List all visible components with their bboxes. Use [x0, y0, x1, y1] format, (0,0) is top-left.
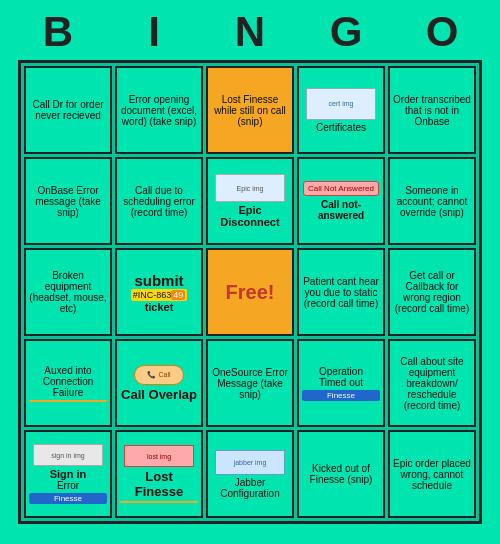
cell-r0c0-text: Call Dr for order never recieved: [29, 99, 107, 121]
cell-r4c1-bar: [120, 501, 198, 503]
cell-r1c4[interactable]: Someone in account; cannot override (sni…: [388, 157, 476, 245]
cell-r0c1[interactable]: Error opening document (excel, word) (ta…: [115, 66, 203, 154]
cell-r1c0[interactable]: OnBase Error message (take snip): [24, 157, 112, 245]
lost-finesse-image: lost img: [124, 445, 194, 467]
cell-r1c4-text: Someone in account; cannot override (sni…: [393, 185, 471, 218]
cell-r3c0[interactable]: Auxed into Connection Failure: [24, 339, 112, 427]
cell-r0c2-text: Lost Finesse while still on call (snip): [211, 94, 289, 127]
cell-r4c1-text: Lost Finesse: [120, 469, 198, 499]
cell-r0c0[interactable]: Call Dr for order never recieved: [24, 66, 112, 154]
cell-r2c0-text: Broken equipment (headset, mouse, etc): [29, 270, 107, 314]
cell-r2c1-inc: #INC-86349: [131, 289, 188, 301]
cell-r2c3-text: Patient cant hear you due to static (rec…: [302, 276, 380, 309]
cell-r0c2[interactable]: Lost Finesse while still on call (snip): [206, 66, 294, 154]
letter-i: I: [110, 8, 198, 56]
cell-r4c0-finesse: Finesse: [29, 493, 107, 504]
call-not-answered-badge: Call Not Answered: [303, 181, 379, 196]
cell-r4c0-error: Error: [57, 480, 79, 491]
cell-r4c0[interactable]: sign in img Sign in Error Finesse: [24, 430, 112, 518]
cell-r2c0[interactable]: Broken equipment (headset, mouse, etc): [24, 248, 112, 336]
cell-r2c4[interactable]: Get call or Callback for wrong region (r…: [388, 248, 476, 336]
cell-r1c2-text: Epic Disconnect: [211, 204, 289, 228]
cell-r4c2-text: Jabber Configuration: [211, 477, 289, 499]
cell-r4c4[interactable]: Epic order placed wrong, cannot schedule: [388, 430, 476, 518]
cell-r1c3-text: Call not-answered: [302, 199, 380, 221]
cell-r3c3-finesse: Finesse: [302, 390, 380, 401]
cell-r0c3[interactable]: cert img Certificates: [297, 66, 385, 154]
cell-r3c2[interactable]: OneSource Error Message (take snip): [206, 339, 294, 427]
cell-r3c1[interactable]: 📞 Call Call Overlap: [115, 339, 203, 427]
cell-r3c3-op: Operation: [319, 366, 363, 377]
jabber-image: jabber img: [215, 450, 285, 475]
sign-in-image: sign in img: [33, 444, 103, 466]
cell-r3c4[interactable]: Call about site equipment breakdown/ res…: [388, 339, 476, 427]
cell-r1c2[interactable]: Epic img Epic Disconnect: [206, 157, 294, 245]
cell-r2c2-free[interactable]: Free!: [206, 248, 294, 336]
cell-r2c1[interactable]: submit #INC-86349 ticket: [115, 248, 203, 336]
cell-r4c2[interactable]: jabber img Jabber Configuration: [206, 430, 294, 518]
bingo-grid: Call Dr for order never recieved Error o…: [18, 60, 482, 524]
cell-r3c4-text: Call about site equipment breakdown/ res…: [393, 356, 471, 411]
cell-r4c1[interactable]: lost img Lost Finesse: [115, 430, 203, 518]
call-overlap-icon: 📞 Call: [134, 365, 184, 385]
cell-r0c1-text: Error opening document (excel, word) (ta…: [120, 94, 198, 127]
cell-r4c0-signin: Sign in: [50, 468, 87, 480]
cell-r1c3[interactable]: Call Not Answered Call not-answered: [297, 157, 385, 245]
epic-disconnect-image: Epic img: [215, 174, 285, 202]
cell-r3c2-text: OneSource Error Message (take snip): [211, 367, 289, 400]
cell-r2c3[interactable]: Patient cant hear you due to static (rec…: [297, 248, 385, 336]
cell-r4c3-text: Kicked out of Finesse (snip): [302, 463, 380, 485]
cell-r3c3-timed: Timed out: [319, 377, 363, 388]
letter-b: B: [14, 8, 102, 56]
cell-r0c3-text: Certificates: [316, 122, 366, 133]
cell-r0c4[interactable]: Order transcribed that is not in Onbase: [388, 66, 476, 154]
cell-r3c3[interactable]: Operation Timed out Finesse: [297, 339, 385, 427]
letter-g: G: [302, 8, 390, 56]
cell-r3c0-text: Auxed into Connection Failure: [29, 365, 107, 398]
cell-r3c1-text: Call Overlap: [121, 387, 197, 402]
certificates-icon: cert img: [306, 88, 376, 120]
bingo-title: B I N G O: [10, 0, 490, 60]
cell-r2c1-submit: submit: [134, 272, 183, 289]
letter-n: N: [206, 8, 294, 56]
cell-r3c0-bar: [29, 400, 107, 402]
free-label: Free!: [226, 281, 275, 304]
cell-r1c1-text: Call due to scheduling error (record tim…: [120, 185, 198, 218]
cell-r4c3[interactable]: Kicked out of Finesse (snip): [297, 430, 385, 518]
cell-r1c0-text: OnBase Error message (take snip): [29, 185, 107, 218]
cell-r0c4-text: Order transcribed that is not in Onbase: [393, 94, 471, 127]
cell-r1c1[interactable]: Call due to scheduling error (record tim…: [115, 157, 203, 245]
letter-o: O: [398, 8, 486, 56]
cell-r2c4-text: Get call or Callback for wrong region (r…: [393, 270, 471, 314]
cell-r4c4-text: Epic order placed wrong, cannot schedule: [393, 458, 471, 491]
cell-r2c1-ticket: ticket: [145, 301, 174, 313]
